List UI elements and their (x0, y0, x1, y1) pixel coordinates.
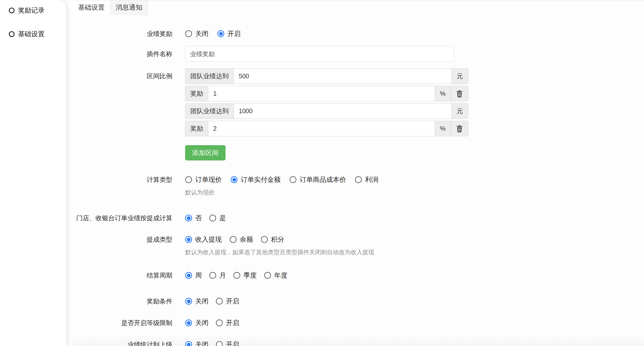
radio-option-open[interactable]: 开启 (216, 340, 239, 346)
radio-icon (185, 215, 192, 222)
settings-form: 业绩奖励 关闭 开启 插件名称 (72, 14, 644, 346)
tab-basic-settings[interactable]: 基础设置 (72, 0, 110, 15)
radio-icon (185, 30, 192, 37)
radio-option-week[interactable]: 周 (185, 271, 202, 280)
row-store-commission: 门店、收银台订单业绩按提成计算 否 是 (72, 213, 644, 223)
field-label: 提成类型 (72, 234, 172, 245)
reward-percent-input[interactable] (208, 121, 435, 136)
radio-icon (217, 30, 224, 37)
radio-option-paid-amount[interactable]: 订单实付金额 (231, 175, 281, 184)
interval-row: 团队业绩达到 元 (185, 103, 468, 119)
main-content: 基础设置 消息通知 业绩奖励 关闭 开启 插件名 (72, 0, 644, 346)
radio-icon (290, 176, 296, 183)
input-addon-prefix: 奖励 (185, 86, 208, 101)
radio-option-balance[interactable]: 余额 (230, 235, 253, 244)
field-label: 业绩奖励 (72, 28, 172, 39)
row-interval-ratio: 区间比例 团队业绩达到 元 奖励 % (72, 68, 644, 160)
interval-row: 奖励 % (185, 86, 468, 101)
field-label: 插件名称 (72, 46, 172, 62)
row-commission-type: 提成类型 收入提现 余额 积分 默认为收入提现，如果 (72, 234, 644, 256)
circle-icon (9, 8, 14, 13)
radio-option-open[interactable]: 开启 (216, 319, 239, 327)
radio-option-points[interactable]: 积分 (261, 235, 284, 244)
radio-icon (231, 176, 238, 183)
trash-icon (456, 124, 464, 133)
plugin-name-input[interactable] (185, 46, 454, 62)
row-performance-reward: 业绩奖励 关闭 开启 (72, 28, 644, 39)
radio-icon (355, 176, 362, 183)
radio-icon (264, 272, 271, 279)
field-label: 计算类型 (72, 174, 172, 185)
radio-option-year[interactable]: 年度 (264, 271, 288, 280)
input-addon-unit: 元 (452, 68, 468, 84)
radio-icon (185, 236, 192, 243)
help-text: 默认为收入提现，如果选了其他类型且类型插件关闭则自动改为收入提现 (185, 249, 374, 256)
radio-option-close[interactable]: 关闭 (185, 297, 208, 306)
radio-option-income-withdraw[interactable]: 收入提现 (185, 235, 222, 244)
reward-percent-input[interactable] (208, 86, 435, 101)
field-label: 业绩统计到上级 (72, 339, 172, 346)
radio-icon (185, 320, 192, 326)
row-calc-type: 计算类型 订单现价 订单实付金额 订单商品成本价 (72, 174, 644, 196)
radio-option-yes[interactable]: 是 (209, 214, 226, 222)
row-settlement-cycle: 结算周期 周 月 季度 (72, 270, 644, 281)
radio-icon (216, 320, 223, 326)
radio-icon (185, 176, 192, 183)
input-addon-unit: % (435, 121, 451, 136)
sidebar-item-reward-records[interactable]: 奖励记录 (0, 3, 66, 17)
radio-icon (234, 272, 240, 279)
radio-icon (185, 272, 192, 279)
radio-option-no[interactable]: 否 (185, 214, 202, 222)
radio-option-close[interactable]: 关闭 (185, 340, 208, 346)
radio-option-close[interactable]: 关闭 (185, 29, 208, 38)
row-performance-to-superior: 业绩统计到上级 关闭 开启 开启后等级不参与奖励，其业绩参与则统计到其上级的业绩 (72, 339, 644, 346)
input-addon-prefix: 团队业绩达到 (185, 68, 234, 84)
radio-option-close[interactable]: 关闭 (185, 319, 208, 327)
radio-icon (185, 341, 192, 346)
radio-icon (261, 236, 268, 243)
input-addon-unit: % (435, 86, 451, 101)
row-reward-condition: 奖励条件 关闭 开启 (72, 296, 644, 306)
sidebar-item-basic-settings[interactable]: 基础设置 (0, 27, 66, 41)
radio-option-goods-cost[interactable]: 订单商品成本价 (290, 175, 346, 184)
delete-interval-button[interactable] (450, 86, 468, 101)
delete-interval-button[interactable] (450, 121, 468, 136)
interval-row: 团队业绩达到 元 (185, 68, 468, 84)
trash-icon (456, 90, 464, 98)
radio-icon (209, 272, 216, 279)
input-addon-unit: 元 (452, 103, 468, 119)
radio-icon (209, 215, 216, 222)
radio-option-open[interactable]: 开启 (217, 29, 241, 38)
help-text: 默认为现价 (185, 189, 378, 196)
interval-row: 奖励 % (185, 121, 468, 136)
field-label: 门店、收银台订单业绩按提成计算 (72, 213, 172, 223)
circle-icon (9, 31, 14, 37)
input-addon-prefix: 奖励 (185, 121, 208, 136)
radio-icon (216, 298, 223, 305)
radio-icon (216, 341, 223, 346)
team-performance-input[interactable] (234, 103, 452, 119)
sidebar-item-label: 基础设置 (18, 29, 44, 38)
team-performance-input[interactable] (234, 68, 452, 84)
add-interval-button[interactable]: 添加区间 (185, 145, 226, 160)
radio-icon (230, 236, 236, 243)
field-label: 奖励条件 (72, 296, 172, 306)
radio-option-open[interactable]: 开启 (216, 297, 239, 306)
sidebar-item-label: 奖励记录 (18, 6, 44, 15)
field-label: 是否开启等级限制 (72, 318, 172, 328)
row-plugin-name: 插件名称 (72, 46, 644, 62)
radio-option-quarter[interactable]: 季度 (234, 271, 257, 280)
field-label: 结算周期 (72, 270, 172, 281)
radio-option-month[interactable]: 月 (209, 271, 226, 280)
tab-bar: 基础设置 消息通知 (72, 0, 644, 14)
field-label: 区间比例 (72, 68, 172, 84)
radio-option-order-price[interactable]: 订单现价 (185, 175, 222, 184)
radio-option-profit[interactable]: 利润 (355, 175, 378, 184)
radio-icon (185, 298, 192, 305)
input-addon-prefix: 团队业绩达到 (185, 103, 234, 119)
row-level-limit: 是否开启等级限制 关闭 开启 (72, 318, 644, 328)
sidebar: 奖励记录 基础设置 (0, 0, 66, 346)
tab-message-notification[interactable]: 消息通知 (110, 0, 148, 15)
